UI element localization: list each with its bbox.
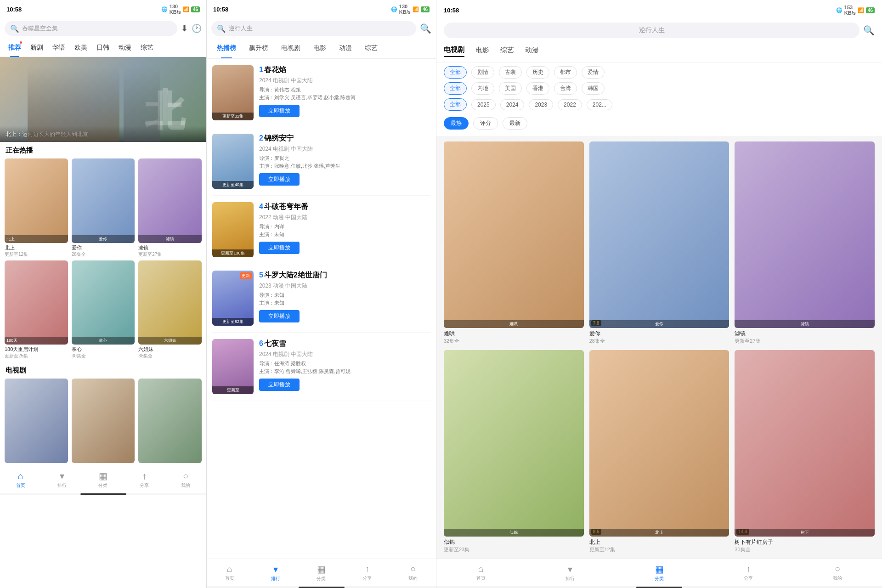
rank-update-0: 更新至32集 [212, 113, 254, 120]
nav-ranking-c[interactable]: ▾ 排行 [526, 564, 615, 582]
filter-tag-ancient[interactable]: 古装 [499, 66, 522, 79]
filter-tag-all-2[interactable]: 全部 [444, 98, 467, 111]
sort-hot[interactable]: 最热 [444, 117, 469, 130]
nav-category-r[interactable]: ▦ 分类 [299, 564, 345, 582]
cat-grid-item-2[interactable]: 滤镜 滤镜 更新至27集 [735, 141, 875, 345]
cat-grid-item-4[interactable]: 8.5 北上 北上 更新至12集 [589, 350, 729, 553]
search-btn-ranking[interactable]: 🔍 [420, 23, 431, 34]
sort-new[interactable]: 最新 [503, 117, 527, 130]
rank-item-0: 更新至32集 1春花焰 2024 电视剧 中国大陆 导演：黄伟杰,程策 主演：刘… [212, 59, 430, 127]
rank-cat-rising[interactable]: 飙升榜 [243, 38, 275, 58]
nav-home-c[interactable]: ⌂ 首页 [436, 564, 526, 582]
rank-thumb-4[interactable]: 更新至 [212, 339, 254, 394]
rank-title-0: 春花焰 [264, 66, 286, 74]
play-btn-2[interactable]: 立即播放 [259, 242, 300, 254]
nav-category-c[interactable]: ▦ 分类 [615, 564, 704, 582]
hot-item-3[interactable]: 180天 180天重启计划 更新至25集 [5, 260, 68, 360]
filter-tag-2023[interactable]: 2023 [529, 99, 553, 110]
filter-tag-city[interactable]: 都市 [554, 66, 577, 79]
filter-tag-more-years[interactable]: 202... [587, 99, 612, 110]
rank-cat-variety[interactable]: 综艺 [358, 38, 384, 58]
rank-cat-hot[interactable]: 热播榜 [210, 38, 243, 58]
home-panel: 10:58 🌐 130KB/s 📶 46 🔍 吞噬星空全集 ⬇ 🕐 推荐 新剧 … [0, 0, 207, 588]
sort-score[interactable]: 评分 [473, 117, 498, 130]
rank-cat-anime[interactable]: 动漫 [333, 38, 358, 58]
drama-grid [0, 379, 206, 466]
nav-share-c[interactable]: ↑ 分享 [704, 564, 793, 582]
nav-ranking-r[interactable]: ▾ 排行 [253, 564, 299, 582]
filter-tag-drama[interactable]: 剧情 [471, 66, 494, 79]
hot-item-1[interactable]: 爱你 爱你 28集全 [72, 158, 135, 258]
cat-grid-item-0[interactable]: 难哄 难哄 32集全 [444, 141, 584, 345]
type-tab-movie[interactable]: 电影 [475, 46, 489, 57]
rank-thumb-0[interactable]: 更新至32集 [212, 65, 254, 120]
nav-mine-c[interactable]: ○ 我的 [793, 564, 882, 582]
rank-cat-drama[interactable]: 电视剧 [275, 38, 307, 58]
cat-grid-item-5[interactable]: 14.4 树下 树下有片红房子 30集全 [735, 350, 875, 553]
cat-nav-variety[interactable]: 综艺 [136, 39, 158, 57]
play-btn-3[interactable]: 立即播放 [259, 310, 300, 322]
cat-nav-recommend[interactable]: 推荐 [4, 39, 26, 57]
rank-cast-2: 主演：未知 [259, 231, 430, 238]
rank-thumb-3[interactable]: 更新 更新至82集 [212, 271, 254, 326]
cat-nav-chinese[interactable]: 华语 [48, 39, 70, 57]
download-icon[interactable]: ⬇ [181, 23, 188, 34]
cat-grid-item-3[interactable]: 似锦 似锦 更新至23集 [444, 350, 584, 553]
hero-banner[interactable]: 北上 北上：运河边长大的年轻人到北京 [0, 57, 206, 142]
nav-share[interactable]: ↑ 分享 [124, 471, 165, 489]
search-btn-category[interactable]: 🔍 [863, 25, 875, 36]
drama-item-1[interactable] [72, 379, 135, 463]
search-input-ranking[interactable]: 🔍 逆行人生 [211, 21, 416, 36]
cat-nav-anime[interactable]: 动漫 [114, 39, 136, 57]
filter-tag-romance[interactable]: 爱情 [582, 66, 605, 79]
nav-home[interactable]: ⌂ 首页 [0, 471, 41, 489]
filter-tag-mainland[interactable]: 内地 [471, 82, 494, 95]
section-hot-title: 正在热播 [0, 142, 206, 158]
nav-home-r[interactable]: ⌂ 首页 [207, 564, 253, 582]
nav-share-r[interactable]: ↑ 分享 [344, 564, 390, 582]
type-tab-variety[interactable]: 综艺 [500, 46, 514, 57]
hot-item-5[interactable]: 六姐妹 六姐妹 38集全 [138, 260, 202, 360]
hot-item-4[interactable]: 掌心 掌心 30集全 [72, 260, 135, 360]
drama-item-2[interactable] [138, 379, 202, 463]
rank-thumb-2[interactable]: 更新至130集 [212, 202, 254, 257]
rank-cat-movie[interactable]: 电影 [307, 38, 333, 58]
filter-tag-hk[interactable]: 香港 [526, 82, 549, 95]
filter-tag-2024[interactable]: 2024 [500, 99, 525, 110]
filter-tag-all-0[interactable]: 全部 [444, 66, 467, 79]
hot-item-2[interactable]: 滤镜 滤镜 更新至27集 [138, 158, 202, 258]
drama-item-0[interactable] [5, 379, 68, 463]
cat-grid-thumb-3: 似锦 [444, 350, 584, 537]
search-input-category[interactable]: 逆行人生 [444, 23, 859, 38]
history-icon[interactable]: 🕐 [192, 23, 202, 34]
nav-category[interactable]: ▦ 分类 [83, 470, 124, 489]
search-input-home[interactable]: 🔍 吞噬星空全集 [5, 21, 177, 36]
play-btn-4[interactable]: 立即播放 [259, 379, 300, 391]
cat-nav-new[interactable]: 新剧 [26, 39, 48, 57]
status-icons-home: 🌐 130KB/s 📶 46 [161, 4, 200, 15]
cat-grid-item-1[interactable]: 7.8 爱你 爱你 28集全 [589, 141, 729, 345]
type-tab-anime[interactable]: 动漫 [525, 46, 539, 57]
nav-mine[interactable]: ○ 我的 [165, 471, 206, 489]
rank-thumb-1[interactable]: 更新至40集 [212, 134, 254, 189]
cat-nav-western[interactable]: 欧美 [70, 39, 92, 57]
cat-nav-japanese[interactable]: 日韩 [92, 39, 114, 57]
nav-mine-r[interactable]: ○ 我的 [390, 564, 436, 582]
filter-tag-2025[interactable]: 2025 [471, 99, 496, 110]
type-tab-drama[interactable]: 电视剧 [444, 45, 464, 57]
filter-tag-korea[interactable]: 韩国 [582, 82, 605, 95]
filter-tag-taiwan[interactable]: 台湾 [554, 82, 577, 95]
time-ranking: 10:58 [213, 6, 228, 13]
nav-ranking[interactable]: ▾ 排行 [41, 470, 83, 489]
filter-tag-2022[interactable]: 2022 [558, 99, 582, 110]
filter-tag-usa[interactable]: 美国 [499, 82, 522, 95]
filter-tag-history[interactable]: 历史 [526, 66, 549, 79]
rank-meta-0: 2024 电视剧 中国大陆 [259, 77, 430, 85]
play-btn-1[interactable]: 立即播放 [259, 173, 300, 186]
hot-item-0[interactable]: 北上 北上 更新至12集 [5, 158, 68, 258]
search-bar-home: 🔍 吞噬星空全集 ⬇ 🕐 [0, 18, 206, 39]
hot-thumb-0: 北上 [5, 158, 68, 243]
filter-tag-all-1[interactable]: 全部 [444, 82, 467, 95]
play-btn-0[interactable]: 立即播放 [259, 105, 300, 117]
ranking-icon-r: ▾ [273, 564, 278, 575]
